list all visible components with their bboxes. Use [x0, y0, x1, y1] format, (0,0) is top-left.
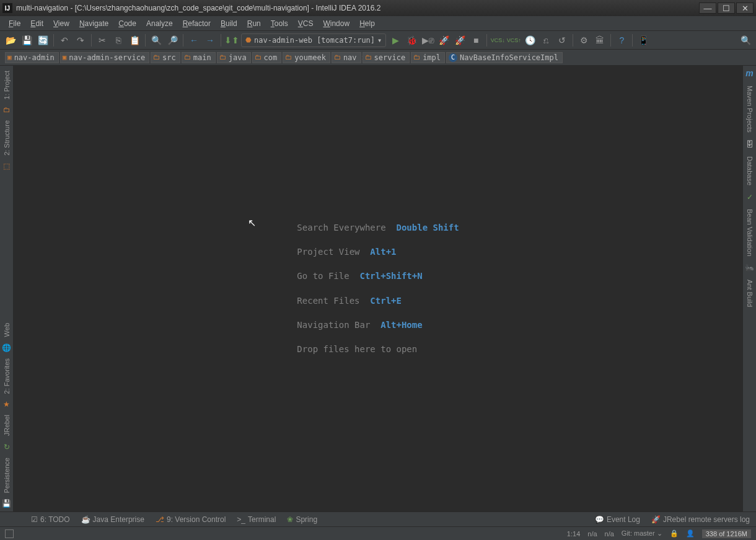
vcs-revert-icon[interactable]: ↺: [555, 33, 569, 47]
menu-help[interactable]: Help: [356, 18, 379, 29]
welcome-hints: Search Everywhere Double Shift Project V…: [297, 216, 459, 361]
back-icon[interactable]: ←: [187, 33, 201, 47]
menu-run[interactable]: Run: [244, 18, 265, 29]
crumb-java[interactable]: 🗀java: [217, 52, 251, 63]
structure-icon: ⬚: [3, 162, 10, 170]
folder-icon: 🗀: [413, 53, 420, 61]
paste-icon[interactable]: 📋: [128, 33, 141, 47]
run-config-selector[interactable]: ⬣ nav-admin-web [tomcat7:run] ▾: [241, 33, 386, 47]
sync-icon[interactable]: 🔄: [36, 33, 50, 47]
class-icon: C: [449, 53, 457, 62]
memory-indicator[interactable]: 338 of 1216M: [702, 529, 751, 538]
menu-window[interactable]: Window: [319, 18, 353, 29]
toolwindow-project[interactable]: 1: Project: [2, 66, 12, 104]
menu-edit[interactable]: Edit: [27, 18, 47, 29]
folder-icon: 🗀: [365, 53, 372, 61]
file-encoding[interactable]: n/a: [587, 530, 597, 538]
crumb-youmeek[interactable]: 🗀youmeek: [283, 52, 330, 63]
toolwindow-persistence[interactable]: Persistence: [2, 453, 12, 498]
vcs-update-icon[interactable]: VCS↓: [491, 33, 504, 47]
close-button[interactable]: ✕: [736, 2, 754, 14]
jrebel-debug-icon[interactable]: 🚀: [453, 33, 467, 47]
toolwindow-structure[interactable]: 2: Structure: [2, 115, 12, 161]
toolwindow-todo[interactable]: ☑6: TODO: [31, 515, 70, 524]
toolwindow-terminal[interactable]: >_Terminal: [237, 515, 276, 524]
jrebel-icon: ↻: [4, 443, 10, 451]
vcs-history-icon[interactable]: 🕓: [523, 33, 537, 47]
menu-refactor[interactable]: Refactor: [179, 18, 214, 29]
debug-icon[interactable]: 🐞: [405, 33, 418, 47]
toolwindow-database[interactable]: Database: [745, 151, 755, 190]
save-all-icon[interactable]: 💾: [20, 33, 33, 47]
menu-code[interactable]: Code: [115, 18, 140, 29]
crumb-impl[interactable]: 🗀impl: [411, 52, 445, 63]
crumb-main[interactable]: 🗀main: [182, 52, 216, 63]
crumb-src[interactable]: 🗀src: [151, 52, 180, 63]
module-icon: ▣: [63, 53, 67, 61]
copy-icon[interactable]: ⎘: [112, 33, 125, 47]
cut-icon[interactable]: ✂: [95, 33, 109, 47]
crumb-nav[interactable]: 🗀nav: [332, 52, 361, 63]
folder-icon: 🗀: [153, 53, 160, 61]
help-icon[interactable]: ?: [615, 33, 628, 47]
menu-view[interactable]: View: [50, 18, 73, 29]
main-area: 1: Project 🗀 2: Structure ⬚ Web 🌐 2: Fav…: [0, 66, 756, 511]
jrebel-icon[interactable]: 📱: [636, 33, 650, 47]
crumb-nav-admin-service[interactable]: ▣nav-admin-service: [60, 52, 149, 63]
project-structure-icon[interactable]: 🏛: [593, 33, 607, 47]
toolwindow-ant[interactable]: Ant Build: [745, 275, 755, 312]
crumb-com[interactable]: 🗀com: [252, 52, 282, 63]
inspection-icon[interactable]: 👤: [686, 529, 695, 538]
toolwindow-favorites[interactable]: 2: Favorites: [2, 353, 12, 399]
vcs-diff-icon[interactable]: ⎌: [539, 33, 553, 47]
toolwindow-bean-validation[interactable]: Bean Validation: [745, 204, 755, 261]
menu-file[interactable]: File: [5, 18, 24, 29]
toolwindow-jrebel-log[interactable]: 🚀JRebel remote servers log: [651, 515, 750, 524]
java-icon: ☕: [81, 515, 90, 524]
minimize-button[interactable]: —: [699, 2, 716, 14]
open-icon[interactable]: 📂: [4, 33, 17, 47]
globe-icon: 🌐: [2, 343, 11, 352]
menu-analyze[interactable]: Analyze: [143, 18, 177, 29]
maximize-button[interactable]: ☐: [718, 2, 735, 14]
jrebel-run-icon[interactable]: 🚀: [437, 33, 451, 47]
menubar: File Edit View Navigate Code Analyze Ref…: [0, 16, 756, 31]
find-icon[interactable]: 🔍: [149, 33, 163, 47]
settings-icon[interactable]: ⚙: [577, 33, 591, 47]
search-everywhere-icon[interactable]: 🔍: [739, 33, 752, 47]
replace-icon[interactable]: 🔎: [165, 33, 179, 47]
toolwindow-jrebel[interactable]: JRebel: [2, 410, 12, 441]
vcs-icon: ⎇: [156, 515, 164, 524]
line-separator[interactable]: n/a: [605, 530, 614, 538]
crumb-service[interactable]: 🗀service: [363, 52, 410, 63]
toolwindow-event-log[interactable]: 💬Event Log: [595, 515, 640, 524]
tool-window-toggle-icon[interactable]: [5, 529, 14, 538]
toolwindow-version-control[interactable]: ⎇9: Version Control: [156, 515, 226, 524]
caret-position[interactable]: 1:14: [567, 530, 580, 538]
toolwindow-java-enterprise[interactable]: ☕Java Enterprise: [81, 515, 144, 524]
menu-vcs[interactable]: VCS: [294, 18, 317, 29]
crumb-class[interactable]: CNavBaseInfoServiceImpl: [446, 52, 563, 63]
toolwindow-maven[interactable]: Maven Projects: [745, 81, 755, 138]
editor-welcome[interactable]: ↖ Search Everywhere Double Shift Project…: [14, 66, 742, 511]
star-icon: ★: [3, 400, 10, 409]
redo-icon[interactable]: ↷: [74, 33, 87, 47]
folder-icon: 🗀: [184, 53, 191, 61]
menu-navigate[interactable]: Navigate: [76, 18, 112, 29]
menu-tools[interactable]: Tools: [267, 18, 292, 29]
make-icon[interactable]: ⬇⬆: [225, 33, 239, 47]
undo-icon[interactable]: ↶: [58, 33, 71, 47]
run-icon[interactable]: ▶: [389, 33, 402, 47]
forward-icon[interactable]: →: [203, 33, 217, 47]
folder-icon: 🗀: [255, 53, 262, 61]
menu-build[interactable]: Build: [217, 18, 241, 29]
coverage-icon[interactable]: ▶⎚: [421, 33, 434, 47]
git-branch[interactable]: Git: master ⌄: [622, 529, 662, 538]
crumb-nav-admin[interactable]: ▣nav-admin: [5, 52, 59, 63]
stop-icon[interactable]: ■: [469, 33, 483, 47]
toolwindow-spring[interactable]: ❀Spring: [287, 515, 317, 524]
spring-icon: ❀: [287, 515, 293, 524]
lock-icon[interactable]: 🔒: [670, 529, 679, 538]
toolwindow-web[interactable]: Web: [2, 318, 12, 342]
vcs-commit-icon[interactable]: VCS↑: [507, 33, 521, 47]
